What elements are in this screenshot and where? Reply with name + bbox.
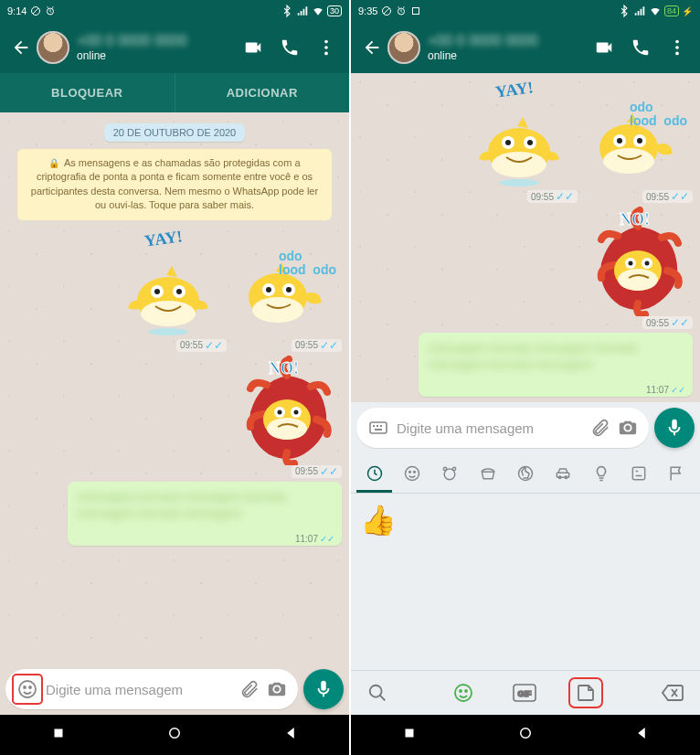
message-time: 11:07✓✓ — [646, 385, 685, 395]
message-input-box — [356, 408, 649, 448]
svg-point-12 — [148, 328, 188, 335]
shark-no-sticker: NO! — [232, 356, 342, 465]
svg-point-36 — [675, 52, 679, 56]
shark-yay-sticker: YAY! — [117, 229, 227, 339]
smiley-icon — [403, 464, 421, 483]
nav-home[interactable] — [166, 725, 183, 745]
svg-point-29 — [170, 728, 180, 739]
voice-call-icon[interactable] — [280, 37, 300, 58]
tab-food[interactable] — [470, 457, 505, 493]
camera-icon — [267, 679, 287, 699]
tab-recent[interactable] — [356, 457, 392, 493]
emoji-search-button[interactable] — [362, 679, 393, 707]
gif-icon: GIF — [513, 684, 536, 702]
sticker-message[interactable]: YAY! 09:55✓✓ — [117, 229, 227, 352]
sticker-message[interactable]: odo lood odo 09:55✓✓ — [583, 80, 693, 203]
emoji-backspace-button[interactable] — [656, 680, 689, 706]
search-icon — [367, 683, 387, 703]
sticker-icon — [575, 682, 597, 704]
emoji-icon — [16, 678, 38, 700]
svg-point-4 — [324, 46, 328, 49]
keyboard-icon — [367, 417, 389, 439]
contact-name: +00 0 0000 0000 — [428, 33, 594, 49]
keyboard-button[interactable] — [364, 413, 393, 442]
back-button[interactable] — [5, 32, 37, 63]
alarm-icon — [396, 5, 407, 16]
svg-point-18 — [286, 287, 292, 292]
svg-point-43 — [499, 179, 539, 186]
emoji-button[interactable] — [13, 675, 42, 704]
svg-point-45 — [603, 148, 654, 174]
svg-point-5 — [324, 52, 328, 56]
svg-point-53 — [629, 261, 633, 266]
type-gif-button[interactable]: GIF — [507, 680, 542, 706]
type-emoji-button[interactable] — [447, 678, 480, 707]
svg-point-24 — [294, 409, 299, 414]
attach-button[interactable] — [236, 675, 263, 703]
tab-activity[interactable] — [507, 457, 543, 493]
svg-rect-60 — [375, 429, 382, 431]
add-button[interactable]: ADICIONAR — [175, 73, 350, 112]
nav-recent[interactable] — [50, 725, 67, 745]
sticker-message[interactable]: NO! 09:55✓✓ — [583, 207, 693, 329]
nav-back[interactable] — [282, 725, 299, 745]
camera-button[interactable] — [614, 414, 642, 441]
tab-animals[interactable] — [432, 457, 468, 493]
svg-point-66 — [444, 467, 447, 470]
voice-call-icon[interactable] — [631, 37, 651, 58]
tab-flags[interactable] — [659, 457, 695, 493]
lock-icon: 🔒 — [48, 158, 59, 168]
video-call-icon[interactable] — [243, 37, 263, 58]
tab-smileys[interactable] — [394, 457, 430, 493]
encryption-notice[interactable]: 🔒 As mensagens e as chamadas são protegi… — [17, 149, 332, 220]
soccer-icon — [516, 464, 535, 483]
svg-point-34 — [675, 40, 679, 44]
svg-line-1 — [33, 8, 38, 14]
message-time: 09:55✓✓ — [292, 465, 342, 478]
block-button[interactable]: BLOQUEAR — [0, 73, 175, 112]
paperclip-icon — [239, 679, 260, 699]
type-sticker-button[interactable] — [569, 678, 602, 707]
back-button[interactable] — [356, 32, 387, 63]
mic-button[interactable] — [303, 669, 344, 709]
more-icon[interactable] — [667, 37, 687, 58]
avatar[interactable] — [387, 31, 420, 64]
svg-point-49 — [637, 138, 642, 144]
svg-rect-57 — [373, 425, 375, 427]
message-input[interactable] — [393, 420, 587, 436]
camera-button[interactable] — [263, 675, 291, 703]
sticker-message[interactable]: odo lood odo 09:55✓✓ — [232, 229, 342, 352]
attach-button[interactable] — [587, 414, 614, 441]
bulb-icon — [592, 464, 610, 483]
contact-status: online — [77, 49, 243, 62]
outgoing-message[interactable]: mensagem borrada mensagem borrada mensag… — [419, 333, 693, 397]
video-call-icon[interactable] — [594, 37, 614, 58]
emoji-thumbs-up[interactable]: 👍 — [360, 504, 397, 537]
svg-point-55 — [645, 261, 650, 266]
messages-area[interactable]: YAY! 09:55✓✓ odo lood odo 09:55✓✓ NO! — [351, 73, 700, 402]
message-time: 09:55✓✓ — [176, 339, 227, 352]
avatar[interactable] — [37, 31, 69, 64]
tab-objects[interactable] — [583, 457, 619, 493]
tab-symbols[interactable] — [620, 457, 656, 493]
svg-point-11 — [176, 289, 182, 294]
sticker-message[interactable]: YAY! 09:55✓✓ — [468, 80, 578, 203]
sticker-message[interactable]: NO! 09:55✓✓ — [232, 356, 342, 478]
tab-travel[interactable] — [546, 457, 581, 493]
svg-point-73 — [370, 686, 382, 697]
nav-recent[interactable] — [401, 725, 418, 745]
emoji-grid[interactable]: 👍 — [351, 494, 700, 670]
nav-back[interactable] — [633, 725, 650, 745]
header-info[interactable]: +00 0 0000 0000 online — [428, 33, 594, 62]
nav-home[interactable] — [517, 725, 534, 745]
header-info[interactable]: +00 0 0000 0000 online — [77, 33, 243, 62]
svg-line-31 — [384, 8, 389, 14]
message-input[interactable] — [42, 682, 236, 697]
messages-area[interactable]: 20 DE OUTUBRO DE 2020 🔒 As mensagens e a… — [0, 112, 349, 664]
date-chip: 20 DE OUTUBRO DE 2020 — [104, 123, 246, 142]
read-ticks-icon: ✓✓ — [671, 191, 689, 202]
outgoing-message[interactable]: mensagem borrada mensagem borrada mensag… — [68, 482, 342, 546]
message-time: 09:55✓✓ — [642, 316, 693, 329]
more-icon[interactable] — [316, 37, 336, 58]
mic-button[interactable] — [654, 408, 695, 448]
